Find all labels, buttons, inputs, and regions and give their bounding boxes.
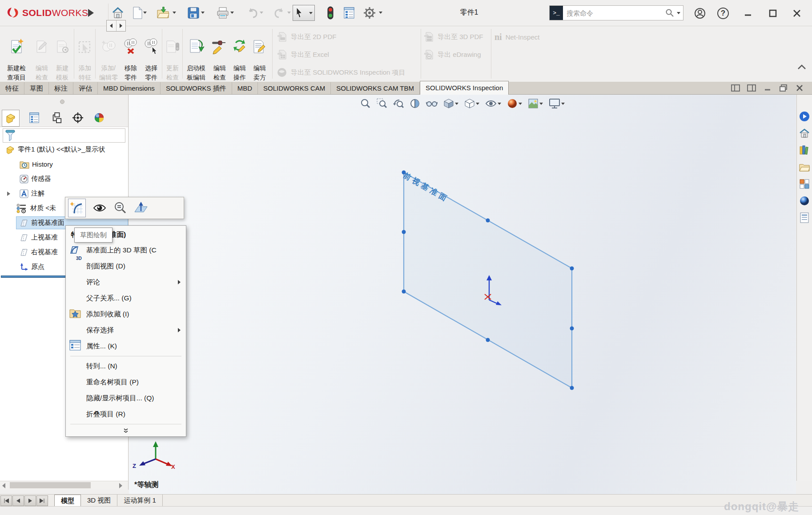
- tab-solidworks-addins[interactable]: SOLIDWORKS 插件: [161, 82, 232, 94]
- display-style-button[interactable]: [464, 98, 479, 109]
- scene-dropdown[interactable]: [539, 103, 543, 105]
- interference-check-button[interactable]: [324, 6, 337, 20]
- redo-dropdown[interactable]: [287, 12, 291, 14]
- options-dropdown[interactable]: [379, 12, 382, 14]
- property-manager-tab[interactable]: [26, 110, 43, 126]
- appearance-dropdown[interactable]: [519, 103, 522, 105]
- display-style-dropdown[interactable]: [476, 103, 479, 105]
- window-close-button[interactable]: [794, 84, 805, 92]
- normal-to-button[interactable]: [134, 201, 148, 215]
- next-window-button[interactable]: [746, 84, 757, 92]
- panel-splitter-handle[interactable]: [60, 100, 64, 104]
- next-tab-button[interactable]: [24, 495, 36, 506]
- motion-study-tab[interactable]: 运动算例 1: [117, 495, 163, 507]
- tree-root-part[interactable]: 零件1 (默认) <<默认>_显示状: [0, 142, 133, 157]
- options-button[interactable]: [363, 6, 376, 20]
- show-hide-eye-button[interactable]: [93, 203, 106, 213]
- view-orientation-dropdown[interactable]: [455, 103, 458, 105]
- tab-sketch[interactable]: 草图: [24, 82, 49, 94]
- menu-item-rename-tree-item[interactable]: 重命名树项目 (P): [66, 374, 186, 390]
- tab-mbd[interactable]: MBD: [232, 82, 258, 94]
- export-excel-button[interactable]: 导出至 Excel: [277, 47, 329, 63]
- configuration-manager-tab[interactable]: [48, 110, 65, 126]
- tree-item-history[interactable]: History: [0, 157, 148, 172]
- login-button[interactable]: [692, 7, 708, 20]
- menu-item-add-to-favorites[interactable]: 添加到收藏 (I): [66, 306, 186, 322]
- view-settings-dropdown[interactable]: [561, 103, 565, 105]
- dimxpert-manager-tab[interactable]: [69, 110, 86, 126]
- dynamic-annotation-button[interactable]: [426, 99, 438, 108]
- custom-properties-button[interactable]: [799, 212, 810, 224]
- export-sw-inspection-button[interactable]: 导出至 SOLIDWORKS Inspection 项目: [277, 64, 406, 80]
- tree-filter-bar[interactable]: [3, 128, 125, 143]
- select-tool-button[interactable]: [293, 5, 315, 21]
- expand-panel-button[interactable]: [117, 20, 126, 31]
- edit-appearance-button[interactable]: [507, 98, 522, 109]
- search-icon[interactable]: [665, 8, 674, 17]
- hide-show-dropdown[interactable]: [498, 103, 501, 105]
- display-manager-tab[interactable]: [91, 110, 108, 126]
- window-minimize-button[interactable]: [762, 84, 773, 92]
- tab-solidworks-cam[interactable]: SOLIDWORKS CAM: [258, 82, 331, 94]
- 3d-views-tab[interactable]: 3D 视图: [81, 495, 117, 507]
- zoom-area-button[interactable]: [377, 98, 387, 109]
- print-dropdown[interactable]: [230, 12, 234, 14]
- home-button[interactable]: [111, 6, 125, 20]
- previous-window-button[interactable]: [730, 84, 741, 92]
- select-tool-dropdown[interactable]: [309, 12, 313, 14]
- model-sketch-plane[interactable]: [129, 95, 796, 494]
- export-edrawing-button[interactable]: 导出 eDrawing: [423, 47, 481, 63]
- view-orientation-button[interactable]: [443, 98, 458, 109]
- tab-features[interactable]: 特征: [0, 82, 24, 94]
- search-dropdown[interactable]: [677, 12, 680, 14]
- open-dropdown[interactable]: [173, 12, 176, 14]
- export-2d-pdf-button[interactable]: 导出至 2D PDF: [277, 29, 337, 45]
- ribbon-button-update-inspection[interactable]: 更新 检查 项目: [164, 27, 181, 80]
- close-button[interactable]: [789, 7, 805, 20]
- search-input[interactable]: [563, 9, 665, 17]
- tab-solidworks-cam-tbm[interactable]: SOLIDWORKS CAM TBM: [331, 82, 420, 94]
- menu-item-properties[interactable]: 属性... (K): [66, 338, 186, 354]
- tree-item-sensors[interactable]: 传感器: [0, 172, 148, 186]
- first-tab-button[interactable]: [0, 495, 12, 506]
- open-button[interactable]: [157, 6, 170, 20]
- design-library-button[interactable]: [799, 144, 810, 156]
- ribbon-button-add-feature[interactable]: 添加 特征: [76, 27, 94, 80]
- ribbon-button-edit-vendor[interactable]: 编辑 卖方: [250, 27, 269, 80]
- ribbon-button-edit-inspection-method[interactable]: 编辑 检查 方式: [210, 27, 229, 80]
- ribbon-button-add-edit-balloons[interactable]: 添加/ 编辑零 件序号: [97, 27, 120, 80]
- command-search[interactable]: >_: [549, 5, 683, 20]
- resources-button[interactable]: [799, 128, 810, 139]
- tab-mbd-dimensions[interactable]: MBD Dimensions: [98, 82, 161, 94]
- minimize-button[interactable]: [740, 7, 756, 20]
- feature-manager-tab[interactable]: [2, 110, 20, 127]
- scroll-left-arrow[interactable]: [2, 483, 5, 488]
- collapse-panel-button[interactable]: [107, 20, 117, 31]
- net-inspect-button[interactable]: ni Net-Inspect: [494, 29, 539, 45]
- ribbon-button-remove-balloons[interactable]: 移除 零件 序号: [121, 27, 141, 80]
- view-settings-button[interactable]: [549, 98, 565, 109]
- undo-dropdown[interactable]: [260, 12, 263, 14]
- window-restore-button[interactable]: [778, 84, 789, 92]
- menu-expand-button[interactable]: [66, 426, 186, 435]
- tab-markup[interactable]: 标注: [49, 82, 73, 94]
- menu-item-3d-sketch-on-plane[interactable]: 3D 基准面上的 3D 草图 (C: [66, 242, 186, 258]
- help-button[interactable]: ?: [715, 7, 731, 20]
- export-3d-pdf-button[interactable]: 导出至 3D PDF: [423, 29, 483, 45]
- menu-item-parent-child[interactable]: 父子关系... (G): [66, 290, 186, 306]
- ribbon-button-new-template[interactable]: 新建 模板: [52, 27, 72, 80]
- menu-item-section-view[interactable]: 剖面视图 (D): [66, 258, 186, 274]
- print-button[interactable]: [216, 6, 229, 20]
- maximize-button[interactable]: [765, 7, 781, 20]
- file-explorer-button[interactable]: [799, 161, 810, 173]
- apply-scene-button[interactable]: [528, 98, 543, 109]
- appearances-scenes-button[interactable]: [799, 195, 810, 207]
- tab-evaluate[interactable]: 评估: [73, 82, 98, 94]
- ribbon-button-edit-inspection[interactable]: 编辑 检查 项目: [31, 27, 52, 80]
- last-tab-button[interactable]: [36, 495, 48, 506]
- new-document-dropdown[interactable]: [143, 12, 147, 14]
- save-button[interactable]: [187, 6, 200, 20]
- save-dropdown[interactable]: [201, 12, 205, 14]
- ribbon-button-new-inspection[interactable]: 新建检 查项目 (amp;N): [4, 27, 29, 80]
- previous-view-button[interactable]: [393, 98, 404, 109]
